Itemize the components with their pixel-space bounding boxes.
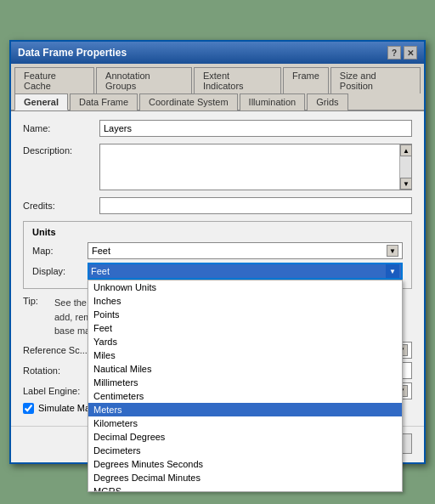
dropdown-item-kilometers[interactable]: Kilometers <box>88 416 402 430</box>
tab-row-1: Feature Cache Annotation Groups Extent I… <box>11 64 424 93</box>
dropdown-item-millimeters[interactable]: Millimeters <box>88 376 402 389</box>
name-label: Name: <box>23 123 99 133</box>
dropdown-item-decimeters[interactable]: Decimeters <box>88 444 402 457</box>
map-units-label: Map: <box>32 246 88 256</box>
display-units-value: Feet <box>91 266 110 276</box>
tab-extent-indicators[interactable]: Extent Indicators <box>194 67 281 93</box>
dropdown-item-mgrs[interactable]: MGRS <box>88 484 402 492</box>
simulate-checkbox[interactable] <box>23 403 34 414</box>
dropdown-item-degrees-decimal-minutes[interactable]: Degrees Decimal Minutes <box>88 471 402 484</box>
name-input[interactable] <box>99 120 412 137</box>
dropdown-item-unknown-units[interactable]: Unknown Units <box>88 280 402 294</box>
tab-frame[interactable]: Frame <box>283 67 329 93</box>
map-units-row: Map: Feet ▼ <box>32 242 403 259</box>
display-units-dropdown: Unknown Units Inches Points Feet Yards M… <box>88 280 403 492</box>
tab-coordinate-system[interactable]: Coordinate System <box>139 93 238 110</box>
title-bar-buttons: ? ✕ <box>387 46 417 59</box>
tip-label: Tip: <box>23 296 54 338</box>
tab-feature-cache[interactable]: Feature Cache <box>14 67 94 93</box>
scroll-down-arrow[interactable]: ▼ <box>400 178 412 190</box>
dropdown-item-decimal-degrees[interactable]: Decimal Degrees <box>88 430 402 444</box>
tab-annotation-groups[interactable]: Annotation Groups <box>96 67 192 93</box>
credits-label: Credits: <box>23 201 99 211</box>
description-label: Description: <box>23 145 99 156</box>
description-scrollbar[interactable]: ▲ ▼ <box>399 144 411 190</box>
units-group: Units Map: Feet ▼ Display: Feet ▼ <box>23 221 412 289</box>
credits-row: Credits: <box>23 197 412 214</box>
dropdown-item-nautical-miles[interactable]: Nautical Miles <box>88 362 402 376</box>
help-button[interactable]: ? <box>387 46 401 59</box>
tab-grids[interactable]: Grids <box>307 93 347 110</box>
tab-size-and-position[interactable]: Size and Position <box>330 67 421 93</box>
tab-row-2: General Data Frame Coordinate System Ill… <box>11 93 424 111</box>
display-dropdown-container: Feet ▼ Unknown Units Inches Points Feet … <box>88 263 403 280</box>
title-bar: Data Frame Properties ? ✕ <box>11 42 424 64</box>
dropdown-item-inches[interactable]: Inches <box>88 294 402 308</box>
name-row: Name: <box>23 120 412 137</box>
close-button[interactable]: ✕ <box>404 46 417 59</box>
map-units-arrow[interactable]: ▼ <box>387 245 398 257</box>
main-content: Name: Description: ▲ ▼ Credits: <box>11 111 424 426</box>
data-frame-properties-dialog: Data Frame Properties ? ✕ Feature Cache … <box>9 40 426 464</box>
dropdown-item-yards[interactable]: Yards <box>88 335 402 348</box>
units-title: Units <box>32 227 403 237</box>
tab-data-frame[interactable]: Data Frame <box>70 93 138 110</box>
map-units-select[interactable]: Feet ▼ <box>88 242 403 259</box>
dropdown-item-feet[interactable]: Feet <box>88 321 402 335</box>
scroll-up-arrow[interactable]: ▲ <box>400 144 412 156</box>
display-units-label: Display: <box>32 266 88 276</box>
display-units-select[interactable]: Feet ▼ <box>88 263 403 280</box>
credits-input[interactable] <box>99 197 412 214</box>
dialog-title: Data Frame Properties <box>18 47 127 59</box>
display-units-row: Display: Feet ▼ Unknown Units Inches Poi… <box>32 263 403 280</box>
dropdown-item-degrees-minutes-seconds[interactable]: Degrees Minutes Seconds <box>88 457 402 471</box>
dropdown-item-centimeters[interactable]: Centimeters <box>88 389 402 403</box>
tab-illumination[interactable]: Illumination <box>240 93 306 110</box>
dropdown-item-points[interactable]: Points <box>88 308 402 321</box>
description-textarea[interactable] <box>100 144 398 190</box>
dropdown-item-miles[interactable]: Miles <box>88 348 402 362</box>
display-units-arrow[interactable]: ▼ <box>386 264 399 278</box>
dropdown-item-meters[interactable]: Meters <box>88 403 402 416</box>
map-units-value: Feet <box>92 246 110 256</box>
tab-general[interactable]: General <box>14 93 68 110</box>
description-row: Description: ▲ ▼ <box>23 144 412 190</box>
